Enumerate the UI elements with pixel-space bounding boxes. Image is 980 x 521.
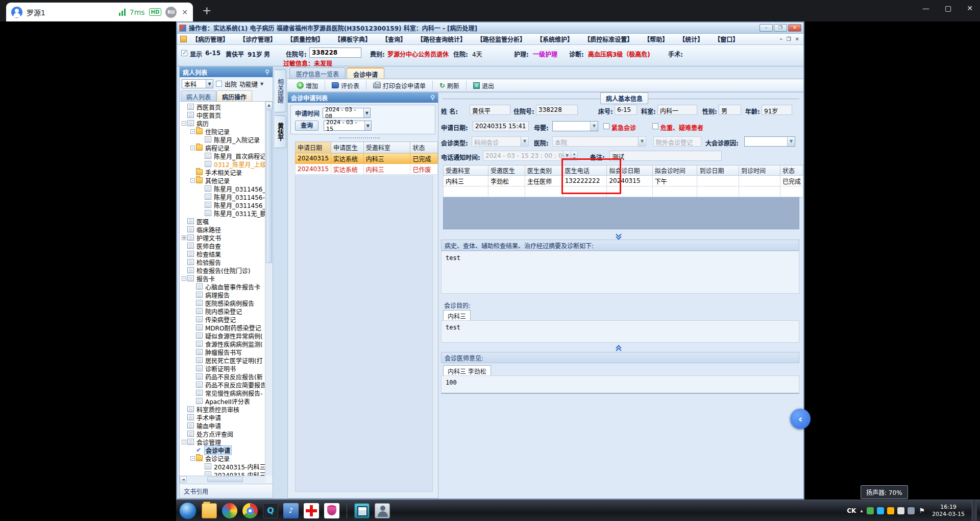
tree-item[interactable]: 院内感染登记: [180, 307, 265, 315]
menu-item[interactable]: 【诊疗管理】: [239, 35, 276, 43]
menu-item[interactable]: 【模板字典】: [334, 35, 371, 43]
browser-minimize-button[interactable]: —: [922, 4, 929, 12]
tree-item[interactable]: -其他记录: [180, 176, 265, 184]
column-header[interactable]: 申请日期: [296, 142, 331, 153]
type-select[interactable]: 科间会诊▼: [472, 136, 529, 147]
toolbar-refresh-button[interactable]: ↻刷新: [436, 80, 462, 91]
column-header[interactable]: 受邀科室: [363, 142, 410, 153]
browser-swirl-icon[interactable]: [222, 503, 237, 518]
column-header[interactable]: 状态: [410, 142, 438, 153]
tree-item[interactable]: 疑似食源性异常病例(: [180, 331, 265, 340]
tree-expander-icon[interactable]: -: [190, 456, 195, 461]
tree-item[interactable]: 病理报告: [180, 291, 265, 299]
tree-item[interactable]: -报告卡: [180, 274, 265, 282]
mdi-close-button[interactable]: ✕: [795, 36, 799, 42]
menu-item[interactable]: 【查询】: [382, 35, 406, 43]
menu-item[interactable]: 【质量控制】: [287, 35, 324, 43]
show-desktop-button[interactable]: [972, 500, 977, 521]
tree-item[interactable]: 陈星月_首次病程记: [180, 152, 265, 160]
tree-item[interactable]: ✔会诊申请: [180, 446, 265, 454]
tree-expander-icon[interactable]: -: [182, 440, 186, 444]
age-field[interactable]: 91岁: [762, 105, 792, 115]
tab-medical-info[interactable]: 医疗信息一览表: [289, 67, 346, 79]
urgent-checkbox[interactable]: [603, 123, 609, 129]
new-tab-button[interactable]: +: [202, 5, 211, 16]
window-minimize-button[interactable]: –: [760, 24, 773, 32]
tree-item[interactable]: 临床路径: [180, 225, 265, 233]
discharge-checkbox[interactable]: [216, 81, 222, 87]
tree-expander-icon[interactable]: -: [182, 121, 186, 126]
tree-item[interactable]: -病程记录: [180, 144, 265, 152]
hospital-select[interactable]: 本院▼: [552, 136, 646, 147]
sex-field[interactable]: 男: [719, 105, 741, 115]
scroll-up-icon[interactable]: ▲: [265, 102, 273, 109]
toolbar-add-button[interactable]: +增加: [293, 80, 321, 91]
sql-app-icon[interactable]: [354, 503, 370, 518]
tree-item[interactable]: 传染病登记: [180, 315, 265, 323]
window-restore-button[interactable]: ❐: [774, 24, 787, 32]
tab-consult-request[interactable]: 会诊申请: [347, 67, 384, 79]
clock[interactable]: 16:19 2024-03-15: [929, 504, 968, 518]
column-header[interactable]: 拟会诊时间: [652, 165, 697, 176]
tree-item[interactable]: 陈星月_0311无_额: [180, 209, 265, 217]
chrome-icon[interactable]: [242, 503, 258, 518]
tree-item[interactable]: 心脑血管事件报告卡: [180, 282, 265, 291]
column-header[interactable]: 到诊时间: [739, 165, 780, 176]
tree-item[interactable]: 20240315-内科三-|: [180, 470, 265, 476]
mdi-minimize-button[interactable]: –: [780, 36, 782, 42]
tree-scrollbar[interactable]: ▲: [265, 102, 273, 476]
tree-item[interactable]: -会诊记录: [180, 454, 265, 462]
media-app-icon[interactable]: ♪: [283, 503, 299, 518]
table-row[interactable]: 20240315实达系统内科三已作废: [296, 164, 438, 175]
tray-icon[interactable]: [877, 507, 884, 514]
tree-item[interactable]: 检查结果: [180, 250, 265, 258]
query-button[interactable]: 查询: [295, 121, 318, 131]
tree-item[interactable]: 处方点评查阅: [180, 430, 265, 438]
admission-no-input[interactable]: 338228: [309, 48, 361, 58]
menu-item[interactable]: 【病历管理】: [192, 35, 229, 43]
qq-app-icon[interactable]: Q: [263, 503, 278, 518]
grand-reason-select[interactable]: ▼: [744, 136, 795, 147]
tab-patient-list[interactable]: 病人列表: [181, 90, 216, 101]
browser-tab[interactable]: 罗源1 7ms HD RU ✕: [6, 3, 193, 21]
column-header[interactable]: 受邀科室: [444, 165, 488, 176]
fnkeys-label[interactable]: 功能键: [239, 80, 258, 88]
opinion-textarea[interactable]: 100: [441, 375, 799, 394]
tree-item[interactable]: 医院感染病例报告: [180, 299, 265, 307]
column-header[interactable]: 申请医生: [331, 142, 364, 153]
database-app-icon[interactable]: [324, 503, 339, 518]
bed-field[interactable]: 6-15: [615, 105, 637, 115]
folder-icon[interactable]: [202, 503, 217, 518]
tree-expander-icon[interactable]: -: [190, 129, 195, 134]
menu-item[interactable]: 【路径查询统计】: [417, 35, 466, 43]
tree-item[interactable]: 诊断证明书: [180, 364, 265, 372]
tree-item[interactable]: -住院记录: [180, 127, 265, 135]
tree-item[interactable]: 常见慢性病病例报告-: [180, 389, 265, 397]
tray-icon[interactable]: [908, 507, 915, 514]
tree-item[interactable]: 手术申请: [180, 413, 265, 421]
tray-chevron-up-icon[interactable]: ▴: [860, 508, 863, 513]
mdi-restore-button[interactable]: ❐: [787, 36, 791, 42]
note-field[interactable]: 测试: [609, 151, 722, 161]
tree-item[interactable]: 居民死亡医学证明(打: [180, 356, 265, 364]
scroll-left-icon[interactable]: ◄: [180, 476, 187, 483]
menu-item[interactable]: 【窗口】: [714, 35, 739, 43]
collapse-down-icon[interactable]: [617, 232, 622, 238]
collapse-sidebar-button[interactable]: ‹: [790, 409, 811, 429]
tree-item[interactable]: 陈星月_0311456_入: [180, 184, 265, 193]
tree-item[interactable]: 检验报告: [180, 258, 265, 266]
tree-item[interactable]: 20240315-内科三-|: [180, 462, 265, 470]
apply-date-field[interactable]: 20240315 15:41: [473, 121, 529, 131]
tree-item[interactable]: MDRO耐药感染登记: [180, 323, 265, 331]
tree-item[interactable]: +护理文书: [180, 233, 265, 242]
outside-consult-button[interactable]: 院外会诊登记: [653, 136, 701, 147]
start-orb[interactable]: [179, 502, 197, 519]
tree-expander-icon[interactable]: +: [182, 235, 186, 240]
menu-item[interactable]: 【路径监管分析】: [477, 35, 526, 43]
toolbar-exit-button[interactable]: ✕退出: [470, 80, 497, 91]
toolbar-book-button[interactable]: 评价表: [329, 80, 362, 91]
column-header[interactable]: 受邀医生: [488, 165, 525, 176]
tray-icon[interactable]: [897, 507, 904, 514]
tree-item[interactable]: 陈星月_0311456-5: [180, 193, 265, 201]
tree-item[interactable]: 医嘱: [180, 217, 265, 225]
